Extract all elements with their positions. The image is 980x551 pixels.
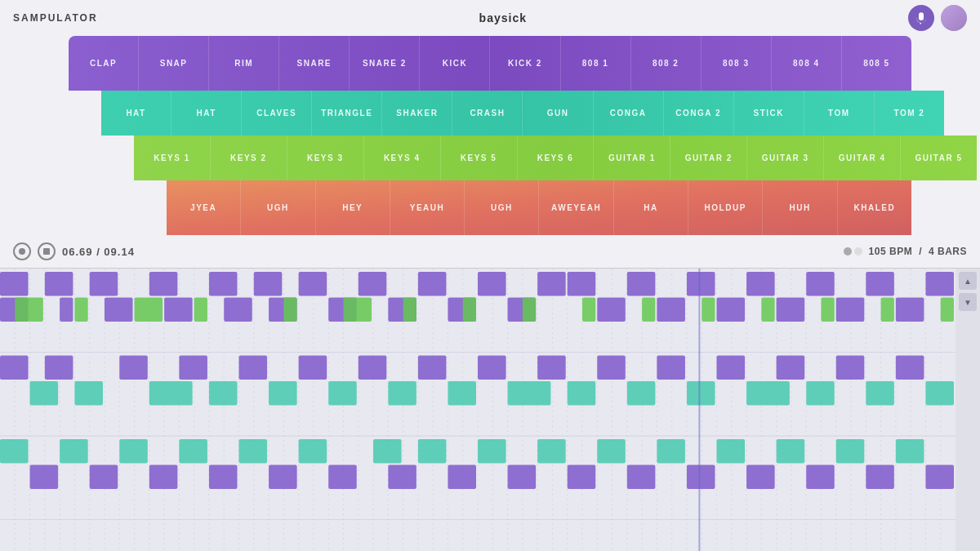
pad-row-purple: CLAPSNAPRIMSNARESNARE 2KICKKICK 2808 180… — [69, 36, 911, 91]
pad-salmon-7[interactable]: HA — [614, 180, 688, 235]
app-title: SAMPULATOR — [13, 12, 98, 24]
pad-purple-3[interactable]: RIM — [209, 36, 279, 91]
pad-salmon-8[interactable]: HOLDUP — [688, 180, 763, 235]
scroll-up-button[interactable]: ▲ — [959, 272, 977, 290]
pad-green-5[interactable]: KEYS 5 — [441, 136, 518, 180]
pad-green-4[interactable]: KEYS 4 — [364, 136, 441, 180]
pad-teal-2[interactable]: HAT — [172, 91, 242, 136]
header-icons — [908, 5, 967, 31]
pad-green-2[interactable]: KEYS 2 — [211, 136, 287, 180]
stop-icon — [43, 248, 50, 255]
tempo-dots — [844, 247, 862, 256]
pad-green-7[interactable]: GUITAR 1 — [594, 136, 670, 180]
pad-row-salmon: JYEAUGHHEYYEAUHUGHAWEYEAHHAHOLDUPHUHKHAL… — [167, 180, 911, 235]
pad-salmon-3[interactable]: HEY — [316, 180, 390, 235]
project-title: baysick — [479, 11, 527, 24]
mic-button[interactable] — [908, 5, 934, 31]
pad-green-3[interactable]: KEYS 3 — [287, 136, 364, 180]
pad-teal-3[interactable]: CLAVES — [242, 91, 312, 136]
pad-purple-5[interactable]: SNARE 2 — [350, 36, 420, 91]
pad-purple-7[interactable]: KICK 2 — [490, 36, 560, 91]
pad-salmon-5[interactable]: UGH — [465, 180, 539, 235]
tempo-dot-2 — [854, 247, 862, 256]
transport-controls: 06.69 / 09.14 — [13, 242, 135, 260]
pad-teal-5[interactable]: SHAKER — [382, 91, 452, 136]
pad-purple-11[interactable]: 808 4 — [772, 36, 842, 91]
pad-purple-6[interactable]: KICK — [420, 36, 490, 91]
sequencer-canvas — [0, 269, 956, 551]
bpm-label: 105 BPM — [869, 246, 913, 257]
pad-salmon-4[interactable]: YEAUH — [390, 180, 465, 235]
pad-green-8[interactable]: GUITAR 2 — [670, 136, 747, 180]
pad-teal-9[interactable]: CONGA 2 — [664, 91, 734, 136]
bars-label: 4 BARS — [929, 246, 967, 257]
pads-area: CLAPSNAPRIMSNARESNARE 2KICKKICK 2808 180… — [0, 36, 980, 235]
pad-teal-6[interactable]: CRASH — [452, 91, 523, 136]
pad-teal-8[interactable]: CONGA — [594, 91, 664, 136]
sequencer: ▲ ▼ — [0, 268, 980, 551]
pad-purple-12[interactable]: 808 5 — [842, 36, 911, 91]
pad-green-10[interactable]: GUITAR 4 — [824, 136, 901, 180]
pad-salmon-6[interactable]: AWEYEAH — [539, 180, 613, 235]
pad-purple-9[interactable]: 808 2 — [631, 36, 702, 91]
tempo-dot-1 — [844, 247, 852, 256]
pad-salmon-10[interactable]: KHALED — [838, 180, 911, 235]
pad-green-6[interactable]: KEYS 6 — [518, 136, 595, 180]
header: SAMPULATOR baysick — [0, 0, 980, 36]
transport-bar: 06.69 / 09.14 105 BPM / 4 BARS — [0, 235, 980, 268]
pad-purple-1[interactable]: CLAP — [69, 36, 139, 91]
pad-teal-11[interactable]: TOM — [804, 91, 875, 136]
pad-teal-7[interactable]: GUN — [523, 91, 593, 136]
time-display: 06.69 / 09.14 — [62, 246, 135, 258]
stop-button[interactable] — [38, 242, 56, 260]
bars-sep: / — [919, 246, 922, 257]
pad-row-green: KEYS 1KEYS 2KEYS 3KEYS 4KEYS 5KEYS 6GUIT… — [134, 136, 977, 180]
pad-purple-10[interactable]: 808 3 — [702, 36, 772, 91]
pad-teal-12[interactable]: TOM 2 — [875, 91, 944, 136]
pad-green-1[interactable]: KEYS 1 — [134, 136, 211, 180]
pad-green-9[interactable]: GUITAR 3 — [747, 136, 824, 180]
scroll-down-button[interactable]: ▼ — [959, 293, 977, 311]
play-button[interactable] — [13, 242, 31, 260]
transport-right: 105 BPM / 4 BARS — [844, 246, 967, 257]
play-icon — [19, 248, 25, 255]
sequencer-scrollbar: ▲ ▼ — [956, 269, 980, 551]
user-avatar[interactable] — [941, 5, 967, 31]
pad-teal-4[interactable]: TRIANGLE — [312, 91, 382, 136]
pad-green-11[interactable]: GUITAR 5 — [901, 136, 977, 180]
pad-teal-10[interactable]: STICK — [734, 91, 804, 136]
pad-purple-4[interactable]: SNARE — [279, 36, 350, 91]
pad-purple-8[interactable]: 808 1 — [561, 36, 631, 91]
pad-row-teal: HATHATCLAVESTRIANGLESHAKERCRASHGUNCONGAC… — [101, 91, 944, 136]
pad-salmon-9[interactable]: HUH — [763, 180, 837, 235]
pad-teal-1[interactable]: HAT — [101, 91, 172, 136]
pad-salmon-2[interactable]: UGH — [241, 180, 315, 235]
pad-salmon-1[interactable]: JYEA — [167, 180, 241, 235]
pad-purple-2[interactable]: SNAP — [139, 36, 209, 91]
